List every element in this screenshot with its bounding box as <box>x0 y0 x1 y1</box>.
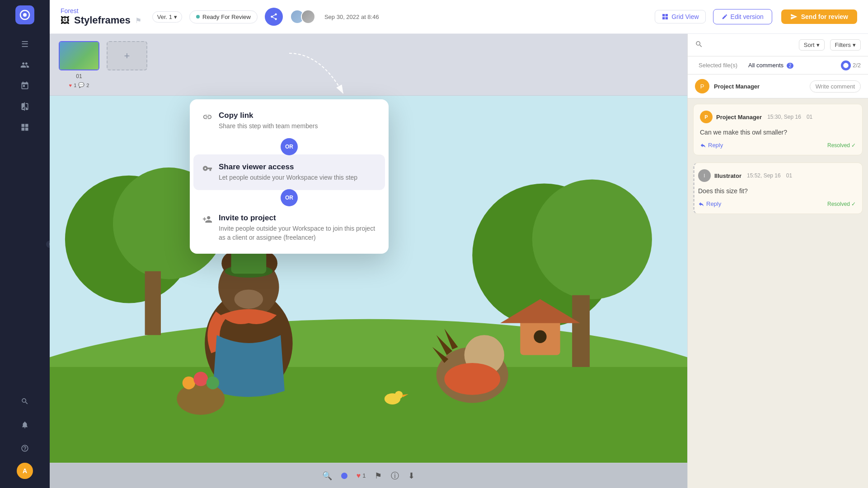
sidebar-search-icon[interactable] <box>16 392 34 410</box>
comment-footer: Reply Resolved ✓ <box>700 142 856 149</box>
comment-time: 15:52, Sep 16 <box>747 172 781 179</box>
pm-name: Project Manager <box>714 83 760 90</box>
share-viewer-title: Share viewer access <box>219 163 357 172</box>
svg-point-8 <box>532 180 652 299</box>
svg-point-23 <box>193 372 208 386</box>
sidebar-item-calendar[interactable] <box>16 77 34 95</box>
right-panel-header: Sort ▾ Filters ▾ <box>688 34 868 56</box>
key-icon <box>202 163 212 176</box>
or-divider-2: OR <box>193 189 385 206</box>
invite-to-project-option[interactable]: Invite to project Invite people outside … <box>193 205 385 250</box>
comment-badge: 2 <box>787 63 794 69</box>
user-avatar[interactable]: A <box>17 463 33 479</box>
app-logo[interactable] <box>15 5 34 24</box>
person-add-icon <box>202 214 212 227</box>
page-title: Styleframes <box>74 14 131 26</box>
or-label: OR <box>281 138 298 155</box>
avatar <box>301 9 315 24</box>
breadcrumb[interactable]: Forest <box>61 7 138 14</box>
download-bottom-icon[interactable]: ⬇ <box>408 471 415 481</box>
heart-bottom-icon[interactable]: ♥ <box>357 472 361 480</box>
or-label-2: OR <box>281 189 298 206</box>
check-icon: ✓ <box>851 142 856 149</box>
sidebar-item-grid[interactable] <box>16 118 34 136</box>
chevron-down-icon: ▾ <box>853 42 856 48</box>
sort-button[interactable]: Sort ▾ <box>799 39 825 51</box>
thumbnail-image[interactable] <box>59 41 99 70</box>
thumbnail-meta: ♥ 1 💬 2 <box>69 82 89 88</box>
svg-rect-9 <box>145 271 161 335</box>
sidebar-item-compare[interactable] <box>16 98 34 116</box>
comment-card: I Illustrator 15:52, Sep 16 01 Does this… <box>693 163 863 214</box>
svg-point-24 <box>206 376 219 389</box>
timestamp: Sep 30, 2022 at 8:46 <box>324 14 379 20</box>
pm-row: P Project Manager Write comment <box>688 74 868 98</box>
comment-text: Does this size fit? <box>698 186 856 196</box>
link-icon <box>202 112 212 124</box>
comment-avatar: I <box>698 169 711 182</box>
filters-button[interactable]: Filters ▾ <box>830 39 861 51</box>
sidebar-item-menu[interactable]: ☰ <box>16 35 34 53</box>
reply-button[interactable]: Reply <box>698 200 721 207</box>
count-circle <box>841 60 851 70</box>
or-divider: OR <box>193 138 385 155</box>
info-bottom-icon[interactable]: ⓘ <box>391 470 399 481</box>
svg-point-21 <box>177 383 225 415</box>
comment-footer: Reply Resolved ✓ <box>698 200 856 207</box>
comment-card: P Project Manager 15:30, Sep 16 01 Can w… <box>693 104 863 155</box>
copy-link-title: Copy link <box>219 111 318 120</box>
svg-point-20 <box>444 363 500 395</box>
comment-icon: 💬 <box>78 82 84 88</box>
svg-point-1 <box>23 13 27 17</box>
comment-avatar: P <box>700 111 713 123</box>
svg-rect-10 <box>572 295 590 367</box>
thumbnail-add[interactable]: + <box>107 41 147 70</box>
search-bottom-icon[interactable]: 🔍 <box>322 471 332 481</box>
write-comment-button[interactable]: Write comment <box>810 80 861 93</box>
thumbnail-strip: 01 ♥ 1 💬 2 + <box>50 34 687 96</box>
copy-link-subtitle: Share this step with team members <box>219 122 318 131</box>
thumbnail-item[interactable]: 01 ♥ 1 💬 2 <box>59 41 99 88</box>
comment-text: Can we make this owl smaller? <box>700 128 856 137</box>
add-placeholder[interactable]: + <box>107 41 147 70</box>
invite-title: Invite to project <box>219 214 376 223</box>
copy-link-option[interactable]: Copy link Share this step with team memb… <box>193 103 385 139</box>
likes-count: 1 <box>362 472 366 479</box>
grid-view-button[interactable]: Grid View <box>655 10 705 23</box>
svg-point-22 <box>183 376 195 389</box>
tab-selected-files[interactable]: Selected file(s) <box>695 60 741 70</box>
reply-button[interactable]: Reply <box>700 142 723 149</box>
version-selector[interactable]: Ver. 1 ▾ <box>152 11 182 23</box>
main-area: Forest 🖼 Styleframes ⚑ Ver. 1 ▾ Ready Fo… <box>50 0 868 488</box>
edit-version-button[interactable]: Edit version <box>713 9 772 24</box>
chevron-down-icon: ▾ <box>174 14 177 20</box>
share-viewer-option[interactable]: Share viewer access Let people outside y… <box>193 154 385 191</box>
sidebar-help-icon[interactable] <box>16 439 34 457</box>
heart-icon: ♥ <box>69 83 72 88</box>
send-for-review-button[interactable]: Send for review <box>781 9 857 24</box>
search-icon[interactable] <box>695 40 703 50</box>
share-button[interactable] <box>265 8 283 26</box>
flag-bottom-icon[interactable]: ⚑ <box>375 471 382 481</box>
svg-point-29 <box>395 391 403 399</box>
status-badge[interactable]: Ready For Review <box>189 10 258 23</box>
comment-header: I Illustrator 15:52, Sep 16 01 <box>698 169 856 182</box>
resolved-badge: Resolved ✓ <box>827 142 856 149</box>
comment-count: 2/2 <box>841 60 861 70</box>
comments-list: P Project Manager 15:30, Sep 16 01 Can w… <box>688 98 868 488</box>
flag-icon[interactable]: ⚑ <box>135 16 141 25</box>
status-dot <box>196 15 200 19</box>
tab-all-comments[interactable]: All comments 2 <box>745 60 797 70</box>
comment-num: 01 <box>786 172 792 179</box>
thumbnail-number: 01 <box>76 73 82 79</box>
sidebar-notifications-icon[interactable] <box>16 416 34 434</box>
svg-point-15 <box>235 289 263 308</box>
sidebar-item-team[interactable] <box>16 56 34 74</box>
share-popup: Copy link Share this step with team memb… <box>190 99 389 254</box>
right-panel-tabs: Selected file(s) All comments 2 2/2 <box>688 56 868 74</box>
comment-num: 01 <box>807 114 812 120</box>
comment-header: P Project Manager 15:30, Sep 16 01 <box>700 111 856 123</box>
page-type-icon: 🖼 <box>61 15 70 26</box>
comment-author: Project Manager <box>716 114 762 121</box>
invite-subtitle: Invite people outside your Workspace to … <box>219 224 376 242</box>
